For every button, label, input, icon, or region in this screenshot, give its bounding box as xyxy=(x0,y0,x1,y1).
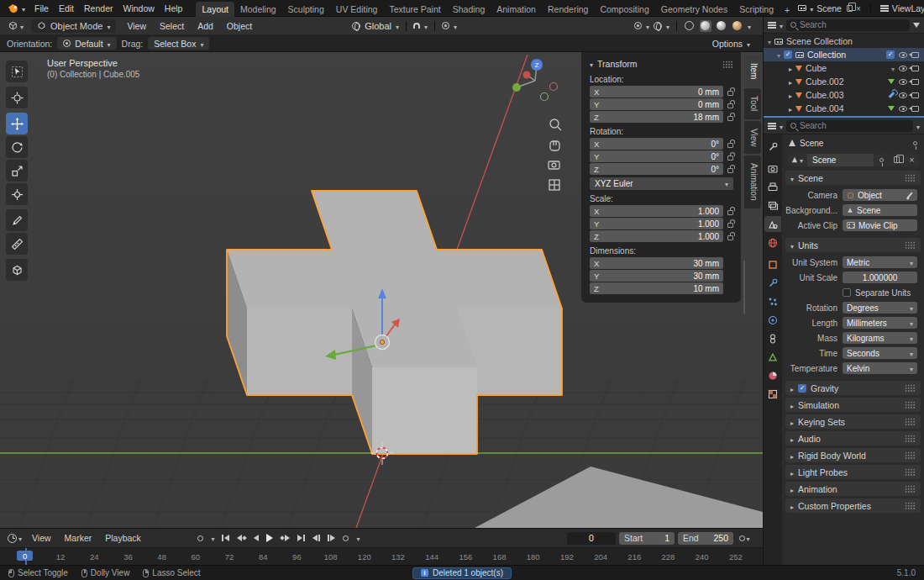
ruler-tick[interactable]: 144 xyxy=(415,552,449,562)
play-button[interactable] xyxy=(264,532,276,544)
options-menu-icon[interactable] xyxy=(916,121,920,131)
gravity-panel[interactable]: Gravity xyxy=(785,381,921,395)
menu-help[interactable]: Help xyxy=(160,3,188,14)
search-input[interactable] xyxy=(800,20,906,29)
camera-view-button[interactable] xyxy=(549,161,559,169)
panel-grip[interactable] xyxy=(905,401,916,409)
timeline-ruler[interactable]: 1224364860728496108120132144156168180192… xyxy=(0,547,763,565)
outliner-row-scene-collection[interactable]: Scene Collection xyxy=(764,34,924,48)
rotation-mode-dropdown[interactable]: XYZ Euler xyxy=(590,177,733,190)
workspace-tab-animation[interactable]: Animation xyxy=(491,2,542,17)
scene-panel-header[interactable]: Scene xyxy=(785,171,921,185)
scale-field[interactable]: Z1.000 xyxy=(590,230,723,242)
menu-object[interactable]: Object xyxy=(221,19,258,33)
panel-grip[interactable] xyxy=(905,384,916,392)
browse-scene-button[interactable] xyxy=(787,154,807,166)
lock-icon[interactable] xyxy=(727,156,733,161)
search-input[interactable] xyxy=(800,121,909,130)
outliner-editor-icon[interactable] xyxy=(768,22,776,24)
outliner-search[interactable] xyxy=(786,19,910,31)
panel-grip[interactable] xyxy=(905,468,916,476)
ruler-tick[interactable]: 48 xyxy=(145,552,179,562)
menu-file[interactable]: File xyxy=(29,3,54,14)
background-scene-field[interactable]: Scene xyxy=(843,204,917,216)
workspace-tab-modeling[interactable]: Modeling xyxy=(234,2,282,17)
panel-grip[interactable] xyxy=(905,241,916,249)
menu-render[interactable]: Render xyxy=(79,3,118,14)
shading-material-button[interactable] xyxy=(716,20,727,32)
keying-menu[interactable] xyxy=(354,531,363,545)
workspace-tab-shading[interactable]: Shading xyxy=(447,2,491,17)
gizmo-toggle-icon[interactable] xyxy=(634,22,642,29)
tool-cursor[interactable] xyxy=(6,87,28,108)
prev-frame-button[interactable] xyxy=(310,533,323,543)
expand-icon[interactable] xyxy=(789,63,792,73)
tab-render[interactable] xyxy=(764,161,781,177)
panel-grip[interactable] xyxy=(722,61,733,68)
workspace-tab-rendering[interactable]: Rendering xyxy=(542,2,594,17)
location-field[interactable]: Y0 mm xyxy=(590,98,723,110)
workspace-tab-scripting[interactable]: Scripting xyxy=(733,2,780,17)
tab-world[interactable] xyxy=(764,235,781,250)
collapsed-panel[interactable]: Simulation xyxy=(785,398,921,412)
tab-texture[interactable] xyxy=(764,386,781,402)
options-dropdown[interactable]: Options xyxy=(706,37,756,50)
eye-icon[interactable] xyxy=(899,79,907,85)
chevron-down-icon[interactable] xyxy=(780,121,783,131)
expand-icon[interactable] xyxy=(789,103,792,113)
outliner-row-cube-002[interactable]: Cube.002 xyxy=(764,75,924,88)
sidebar-scrollbar[interactable] xyxy=(743,261,746,314)
scene-selector[interactable]: Scene xyxy=(795,3,864,13)
separate-units-checkbox[interactable]: Separate Units xyxy=(843,288,911,298)
units-dropdown[interactable]: Kelvin xyxy=(843,362,917,374)
tab-physics[interactable] xyxy=(764,312,781,328)
camera-icon[interactable] xyxy=(911,66,919,71)
snap-menu[interactable] xyxy=(424,21,428,31)
tab-view[interactable]: View xyxy=(744,121,761,155)
panel-grip[interactable] xyxy=(905,435,916,442)
zoom-button[interactable] xyxy=(550,119,561,130)
properties-search[interactable] xyxy=(786,120,913,132)
eye-icon[interactable] xyxy=(899,92,907,98)
dimension-field[interactable]: X30 mm xyxy=(590,257,723,269)
ruler-tick[interactable]: 228 xyxy=(651,552,685,562)
outliner-row-cube-003[interactable]: Cube.003 xyxy=(764,88,924,102)
gravity-checkbox[interactable] xyxy=(798,384,806,393)
ruler-tick[interactable]: 252 xyxy=(719,552,753,562)
dimension-field[interactable]: Z10 mm xyxy=(590,282,723,294)
drag-dropdown[interactable]: Select Box xyxy=(148,37,209,50)
ruler-tick[interactable]: 108 xyxy=(314,552,348,562)
close-icon[interactable] xyxy=(856,3,861,13)
pin-icon[interactable] xyxy=(913,141,917,145)
new-scene-icon[interactable] xyxy=(847,5,853,12)
orientation-default-dropdown[interactable]: Default xyxy=(57,37,116,50)
next-keyframe-button[interactable] xyxy=(278,533,293,543)
snap-toggle-icon[interactable] xyxy=(413,23,420,29)
ruler-tick[interactable]: 192 xyxy=(550,552,584,562)
proportional-menu[interactable] xyxy=(454,21,457,31)
axis-ball-neg-z[interactable] xyxy=(541,93,549,101)
timeline-options-button[interactable] xyxy=(737,531,753,545)
add-workspace-button[interactable]: + xyxy=(780,3,795,17)
ruler-tick[interactable]: 60 xyxy=(179,552,213,562)
panel-grip[interactable] xyxy=(905,451,916,459)
eye-icon[interactable] xyxy=(899,106,907,112)
ruler-tick[interactable]: 12 xyxy=(44,552,77,562)
tool-move[interactable] xyxy=(6,113,28,134)
properties-editor-icon[interactable] xyxy=(768,123,776,124)
outliner-row-cube[interactable]: Cube xyxy=(764,61,924,75)
rotation-field[interactable]: Y0° xyxy=(590,150,723,162)
camera-icon[interactable] xyxy=(911,79,919,85)
unlink-button[interactable] xyxy=(905,154,919,166)
tab-tool[interactable]: Tool xyxy=(744,88,761,119)
mode-dropdown[interactable]: Object Mode xyxy=(31,19,116,33)
rotation-field[interactable]: Z0° xyxy=(590,163,723,175)
new-scene-button[interactable] xyxy=(890,154,904,166)
rotation-field[interactable]: X0° xyxy=(590,138,723,150)
jump-to-end-button[interactable] xyxy=(295,533,308,543)
gizmo-menu[interactable] xyxy=(646,21,649,31)
panel-grip[interactable] xyxy=(905,174,916,182)
keying-set-button[interactable] xyxy=(340,534,352,543)
collapsed-panel[interactable]: Audio xyxy=(785,431,921,446)
camera-icon[interactable] xyxy=(911,106,919,112)
